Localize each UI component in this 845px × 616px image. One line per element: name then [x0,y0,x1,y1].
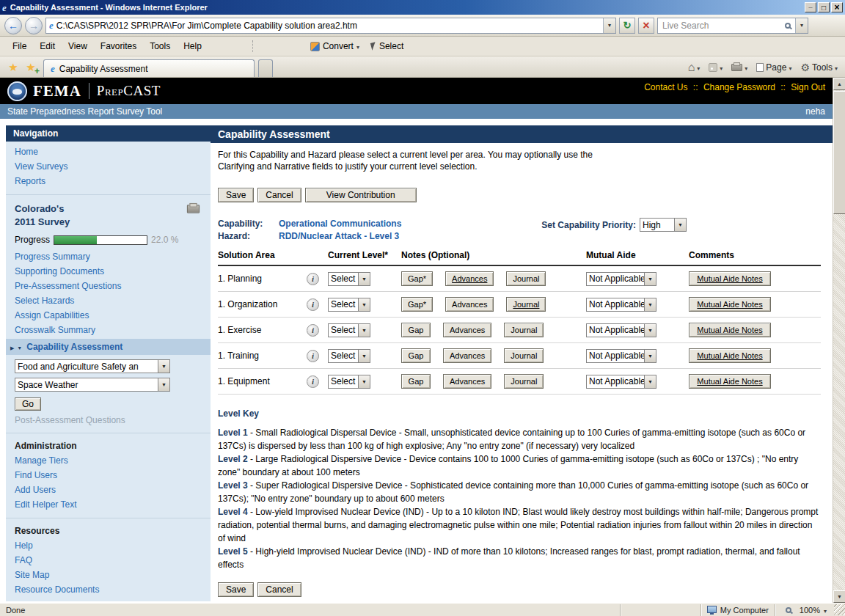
sidebar-item-manage-tiers[interactable]: Manage Tiers [6,453,211,468]
chevron-down-icon[interactable] [358,350,370,362]
sidebar-item-site-map[interactable]: Site Map [6,568,211,582]
mutual-aide-select[interactable]: Not Applicable [586,298,656,312]
mutual-aide-notes-button[interactable]: Mutual Aide Notes [689,374,771,389]
resize-grip[interactable] [834,604,845,615]
capability-link[interactable]: Operational Communications [279,218,401,230]
mutual-aide-notes-button[interactable]: Mutual Aide Notes [689,323,771,337]
chevron-down-icon[interactable] [644,273,656,285]
search-placeholder[interactable]: Live Search [662,21,780,31]
scrollbar-thumb[interactable] [833,91,845,214]
advances-button[interactable]: Advances [443,323,491,337]
menu-view[interactable]: View [62,38,94,54]
mutual-aide-select[interactable]: Not Applicable [586,349,656,363]
go-button[interactable]: Go [15,397,41,411]
sidebar-item-find-users[interactable]: Find Users [6,468,211,483]
chevron-down-icon[interactable] [674,219,686,231]
advances-button[interactable]: Advances [443,348,491,363]
sidebar-item-faq[interactable]: FAQ [6,553,211,568]
gap-button[interactable]: Gap* [401,271,433,286]
cancel-button-bottom[interactable]: Cancel [257,582,301,597]
select-button[interactable]: Select [365,39,409,54]
sidebar-item-resource-documents[interactable]: Resource Documents [6,582,211,597]
sidebar-item-add-users[interactable]: Add Users [6,483,211,497]
gap-button[interactable]: Gap [401,374,431,389]
mutual-aide-notes-button[interactable]: Mutual Aide Notes [689,348,771,363]
sidebar-item-supporting-documents[interactable]: Supporting Documents [6,264,211,279]
forward-button[interactable] [25,17,43,34]
info-icon[interactable] [307,298,319,311]
journal-button[interactable]: Journal [504,374,544,389]
sidebar-item-select-hazards[interactable]: Select Hazards [6,293,211,308]
menu-file[interactable]: File [6,38,33,54]
print-survey-icon[interactable] [187,205,200,213]
sidebar-item-capability-assessment[interactable]: Capability Assessment [6,339,211,355]
sidebar-item-pre-assessment-questions[interactable]: Pre-Assessment Questions [6,279,211,293]
tools-menu-button[interactable]: Tools [800,62,838,73]
scroll-up-button[interactable] [833,78,845,90]
scroll-down-button[interactable] [833,590,845,603]
sidebar-item-progress-summary[interactable]: Progress Summary [6,249,211,264]
vertical-scrollbar[interactable] [833,78,845,603]
mutual-aide-select[interactable]: Not Applicable [586,272,656,286]
chevron-down-icon[interactable] [358,298,370,311]
address-dropdown-button[interactable] [603,18,615,33]
mutual-aide-select[interactable]: Not Applicable [586,323,656,337]
chevron-down-icon[interactable] [644,324,656,337]
gap-button[interactable]: Gap* [401,297,433,312]
capability-select[interactable]: Food and Agriculture Safety an [15,359,170,373]
chevron-down-icon[interactable] [644,350,656,362]
chevron-down-icon[interactable] [358,273,370,285]
menu-favorites[interactable]: Favorites [94,38,143,54]
priority-select[interactable]: High [640,218,687,232]
restore-button[interactable] [818,2,830,12]
view-contribution-button[interactable]: View Contribution [305,188,417,202]
search-icon[interactable] [780,23,795,29]
info-icon[interactable] [307,273,319,285]
add-favorite-icon[interactable] [22,59,40,76]
tab-capability-assessment[interactable]: Capability Assessment [43,59,255,77]
new-tab-stub[interactable] [258,59,273,77]
zoom-control[interactable]: 100% [775,604,833,616]
print-button[interactable] [731,62,747,73]
sidebar-item-reports[interactable]: Reports [6,174,211,188]
menu-edit[interactable]: Edit [33,38,62,54]
gap-button[interactable]: Gap [401,323,431,337]
advances-button[interactable]: Advances [445,297,494,312]
current-level-select[interactable]: Select [328,272,370,286]
close-button[interactable] [831,2,843,12]
mutual-aide-select[interactable]: Not Applicable [586,375,656,389]
current-level-select[interactable]: Select [328,323,370,337]
feeds-button[interactable] [709,62,723,73]
home-button[interactable] [688,62,700,73]
mutual-aide-notes-button[interactable]: Mutual Aide Notes [689,297,771,312]
advances-button[interactable]: Advances [445,271,494,286]
search-dropdown-button[interactable] [795,18,808,33]
stop-button[interactable] [638,18,654,34]
current-level-select[interactable]: Select [328,349,370,363]
sidebar-item-assign-capabilities[interactable]: Assign Capabilities [6,308,211,323]
info-icon[interactable] [307,324,319,337]
contact-us-link[interactable]: Contact Us [644,82,687,92]
search-box[interactable]: Live Search [657,18,808,34]
journal-button[interactable]: Journal [504,323,544,337]
save-button-top[interactable]: Save [218,188,254,202]
journal-button[interactable]: Journal [506,271,546,286]
advances-button[interactable]: Advances [443,374,491,389]
menu-help[interactable]: Help [177,38,208,54]
chevron-down-icon[interactable] [644,298,656,311]
menu-tools[interactable]: Tools [143,38,177,54]
sidebar-item-help[interactable]: Help [6,538,211,553]
gap-button[interactable]: Gap [401,348,431,363]
page-menu-button[interactable]: Page [756,62,791,73]
current-level-select[interactable]: Select [328,375,370,389]
info-icon[interactable] [307,350,319,362]
sidebar-item-crosswalk-summary[interactable]: Crosswalk Summary [6,323,211,337]
cancel-button-top[interactable]: Cancel [257,188,301,202]
minimize-button[interactable] [805,2,816,12]
sidebar-item-view-surveys[interactable]: View Surveys [6,159,211,174]
back-button[interactable] [4,17,22,34]
hazard-select[interactable]: Space Weather [15,378,170,392]
save-button-bottom[interactable]: Save [218,582,254,597]
refresh-button[interactable] [619,18,635,34]
convert-button[interactable]: Convert [304,39,365,54]
